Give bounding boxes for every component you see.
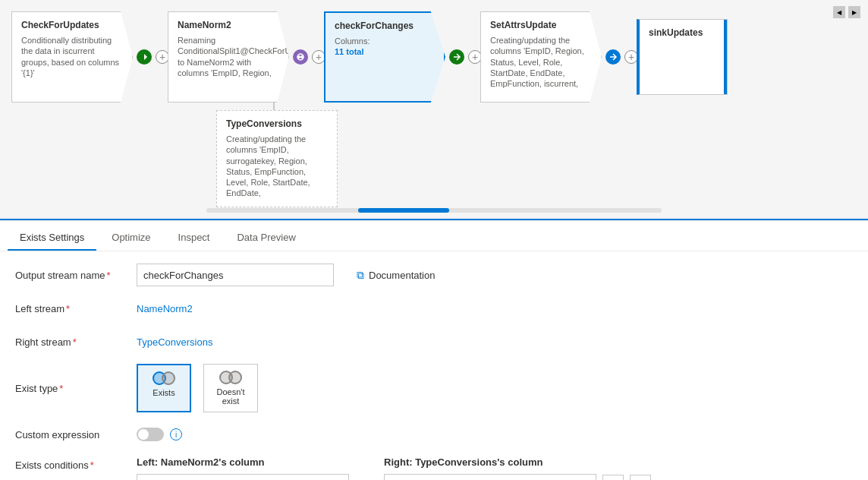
icon-node3 <box>449 49 464 65</box>
node3-desc: Columns: 11 total <box>335 36 435 58</box>
connector-4 <box>602 49 624 65</box>
delete-condition-btn[interactable] <box>630 475 651 480</box>
node-wrapper-1: CheckForUpdates Conditionally distributi… <box>11 11 169 103</box>
custom-expression-toggle[interactable] <box>137 428 164 441</box>
scroll-left-btn[interactable]: ◀ <box>833 6 845 18</box>
node3-title: checkForChanges <box>335 21 435 31</box>
tab-data-preview[interactable]: Data Preview <box>225 226 307 251</box>
pipeline-scroll-controls: ◀ ▶ <box>833 6 860 18</box>
conditions-body: Left: NameNorm2's column Right: TypeConv… <box>137 456 853 480</box>
exists-venn-icon <box>153 371 175 385</box>
required-star-2: * <box>66 303 70 314</box>
tabs-bar: Exists Settings Optimize Inspect Data Pr… <box>0 221 868 251</box>
custom-expression-label: Custom expression <box>15 429 137 441</box>
info-icon[interactable]: i <box>170 428 182 441</box>
form-content: Output stream name* ⧉ Documentation Left… <box>0 251 868 480</box>
output-stream-label: Output stream name* <box>15 270 137 281</box>
add-after-node1[interactable]: + <box>156 50 169 64</box>
node-wrapper-2: NameNorm2 Renaming ConditionalSplit1@Che… <box>169 11 326 103</box>
node3-count: 11 total <box>335 47 364 56</box>
node-wrapper-4: SetAttrsUpdate Creating/updating the col… <box>482 11 638 103</box>
svg-point-1 <box>297 55 300 58</box>
required-star-3: * <box>73 336 77 348</box>
tab-optimize[interactable]: Optimize <box>99 226 162 251</box>
type-conversions-node[interactable]: TypeConversions Creating/updating the co… <box>216 110 338 207</box>
connector-1 <box>133 49 156 65</box>
venn-right-gray <box>228 371 242 384</box>
check-for-updates-node[interactable]: CheckForUpdates Conditionally distributi… <box>11 11 133 103</box>
doesnt-exist-venn-icon <box>219 371 242 384</box>
connector-3 <box>445 49 468 65</box>
node5-title: sinkUpdates <box>649 27 718 38</box>
check-for-changes-node[interactable]: checkForChanges Columns: 11 total <box>324 11 445 103</box>
pipeline-scrollbar-h[interactable] <box>206 208 662 213</box>
tab-inspect[interactable]: Inspect <box>166 226 222 251</box>
conditions-header: Exists conditions* Left: NameNorm2's col… <box>15 456 853 480</box>
exist-type-label: Exist type* <box>15 383 137 394</box>
add-after-node2[interactable]: + <box>312 50 326 64</box>
doesnt-exist-button[interactable]: Doesn't exist <box>203 364 258 412</box>
node2-desc: Renaming ConditionalSplit1@CheckForUpdat… <box>178 35 279 78</box>
bottom-panel: Exists Settings Optimize Inspect Data Pr… <box>0 220 868 480</box>
pipeline-row: CheckForUpdates Conditionally distributi… <box>0 0 868 103</box>
exists-button[interactable]: Exists <box>137 364 191 412</box>
output-stream-row: Output stream name* ⧉ Documentation <box>15 264 853 286</box>
scroll-right-btn[interactable]: ▶ <box>848 6 860 18</box>
doc-link[interactable]: ⧉ Documentation <box>357 269 435 282</box>
icon-node2 <box>293 49 308 65</box>
required-star-4: * <box>59 383 63 394</box>
node1-title: CheckForUpdates <box>21 20 123 30</box>
right-col-header: Right: TypeConversions's column <box>384 456 596 468</box>
connector-2 <box>289 49 312 65</box>
icon-node4 <box>605 49 621 65</box>
exists-conditions-section: Exists conditions* Left: NameNorm2's col… <box>15 456 853 480</box>
right-stream-label: Right stream* <box>15 336 137 348</box>
node-wrapper-5: sinkUpdates <box>638 19 728 95</box>
add-after-node3[interactable]: + <box>468 50 482 64</box>
required-star-1: * <box>107 270 111 281</box>
branch-node-title: TypeConversions <box>226 118 328 129</box>
left-column-dropdown[interactable]: 123 EmpID ▼ <box>137 474 349 480</box>
left-stream-label: Left stream* <box>15 303 137 314</box>
node4-desc: Creating/updating the columns 'EmpID, Re… <box>490 35 592 89</box>
scrollbar-thumb <box>358 208 449 213</box>
custom-expression-row: Custom expression i <box>15 423 853 446</box>
sink-bar <box>724 20 727 94</box>
node-wrapper-3: checkForChanges Columns: 11 total + <box>326 11 482 103</box>
node2-title: NameNorm2 <box>178 20 279 30</box>
venn-right-circle <box>162 371 175 385</box>
left-stream-row: Left stream* NameNorm2 <box>15 297 853 320</box>
condition-row-1: 123 EmpID ▼ == 123 EmpID ▼ <box>137 474 853 480</box>
toggle-knob <box>138 429 149 440</box>
node4-title: SetAttrsUpdate <box>490 20 592 30</box>
set-attrs-update-node[interactable]: SetAttrsUpdate Creating/updating the col… <box>480 11 602 103</box>
required-star-5: * <box>90 459 94 471</box>
sink-updates-node[interactable]: sinkUpdates <box>637 19 728 95</box>
branch-node-desc: Creating/updating the columns 'EmpID, su… <box>226 134 328 199</box>
left-col-header: Left: NameNorm2's column <box>137 456 349 468</box>
branch-node-area: TypeConversions Creating/updating the co… <box>216 110 338 207</box>
pipeline-canvas: TypeConversions Creating/updating the co… <box>0 0 868 220</box>
conditions-label: Exists conditions* <box>15 456 137 471</box>
icon-node1 <box>137 49 152 65</box>
svg-point-2 <box>300 55 303 58</box>
add-condition-btn[interactable]: + <box>602 475 624 480</box>
toggle-wrapper: i <box>137 428 182 441</box>
left-stream-value[interactable]: NameNorm2 <box>137 303 193 314</box>
exist-type-row: Exist type* Exists Doesn't exist <box>15 364 853 412</box>
name-norm2-node[interactable]: NameNorm2 Renaming ConditionalSplit1@Che… <box>168 11 289 103</box>
node1-desc: Conditionally distributing the data in i… <box>21 35 123 78</box>
right-stream-value[interactable]: TypeConversions <box>137 336 212 348</box>
conditions-columns-headers: Left: NameNorm2's column Right: TypeConv… <box>137 456 853 468</box>
output-stream-input[interactable] <box>137 264 334 286</box>
right-stream-row: Right stream* TypeConversions <box>15 330 853 353</box>
doc-icon: ⧉ <box>357 269 364 282</box>
tab-exists-settings[interactable]: Exists Settings <box>8 226 96 251</box>
right-column-dropdown[interactable]: 123 EmpID ▼ <box>384 474 596 480</box>
exist-type-group: Exists Doesn't exist <box>137 364 258 412</box>
